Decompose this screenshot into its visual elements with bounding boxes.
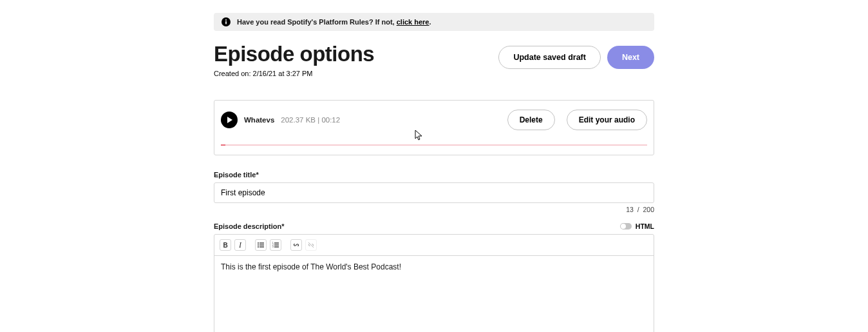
description-editor: B I 123 This is the first episode of The… — [214, 234, 654, 332]
banner-text: Have you read Spotify's Platform Rules? … — [237, 18, 431, 26]
svg-point-6 — [258, 244, 259, 246]
play-button[interactable] — [221, 112, 238, 128]
unlink-button[interactable] — [305, 239, 317, 251]
svg-point-8 — [258, 246, 259, 248]
link-button[interactable] — [290, 239, 302, 251]
next-button[interactable]: Next — [607, 46, 654, 69]
info-icon — [222, 17, 231, 26]
svg-line-16 — [308, 242, 314, 248]
play-icon — [227, 117, 233, 123]
edit-audio-button[interactable]: Edit your audio — [567, 110, 647, 130]
svg-rect-7 — [259, 245, 264, 246]
svg-rect-2 — [225, 21, 227, 24]
svg-point-4 — [258, 242, 259, 244]
episode-description-label: Episode description* — [214, 222, 284, 230]
page-title: Episode options — [214, 43, 374, 66]
html-toggle[interactable] — [620, 223, 632, 229]
platform-rules-banner: Have you read Spotify's Platform Rules? … — [214, 13, 654, 31]
description-textarea[interactable]: This is the first episode of The World's… — [214, 256, 654, 332]
episode-title-label: Episode title* — [214, 171, 654, 179]
italic-button[interactable]: I — [234, 239, 246, 251]
svg-rect-15 — [274, 247, 279, 248]
unlink-icon — [308, 242, 314, 248]
delete-audio-button[interactable]: Delete — [507, 110, 555, 130]
svg-point-1 — [225, 19, 227, 21]
bullet-list-button[interactable] — [255, 239, 267, 251]
audio-title: Whatevs — [244, 116, 274, 124]
bullet-list-icon — [258, 242, 264, 248]
episode-title-input[interactable] — [214, 182, 654, 203]
editor-toolbar: B I 123 — [214, 235, 654, 256]
bold-button[interactable]: B — [220, 239, 231, 251]
audio-progress-bar[interactable] — [221, 144, 647, 146]
update-draft-button[interactable]: Update saved draft — [498, 46, 601, 69]
svg-rect-5 — [259, 243, 264, 244]
svg-rect-11 — [274, 243, 279, 244]
banner-link[interactable]: click here — [397, 18, 429, 26]
numbered-list-button[interactable]: 123 — [270, 239, 281, 251]
link-icon — [293, 242, 299, 248]
audio-card: Whatevs 202.37 KB | 00:12 Delete Edit yo… — [214, 100, 654, 155]
html-toggle-label: HTML — [636, 222, 654, 230]
title-char-count: 13 / 200 — [214, 206, 654, 213]
svg-text:3: 3 — [272, 246, 274, 248]
created-on-label: Created on: 2/16/21 at 3:27 PM — [214, 70, 374, 77]
audio-meta: 202.37 KB | 00:12 — [281, 116, 340, 124]
svg-rect-13 — [274, 245, 279, 246]
svg-rect-9 — [259, 247, 264, 248]
svg-marker-3 — [227, 117, 232, 123]
numbered-list-icon: 123 — [272, 242, 279, 248]
